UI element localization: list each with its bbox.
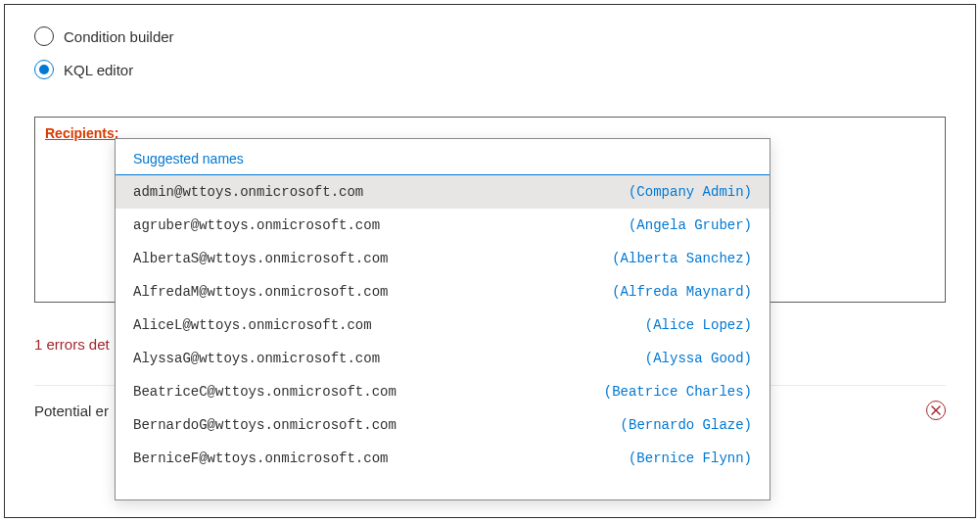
autocomplete-displayname: (Bernice Flynn) [629, 451, 752, 466]
radio-kql-editor[interactable]: KQL editor [34, 60, 946, 79]
radio-label: KQL editor [64, 62, 133, 78]
autocomplete-email: AliceL@wttoys.onmicrosoft.com [133, 317, 372, 333]
radio-condition-builder[interactable]: Condition builder [34, 26, 946, 46]
autocomplete-email: admin@wttoys.onmicrosoft.com [133, 184, 363, 200]
autocomplete-item[interactable]: AlfredaM@wttoys.onmicrosoft.com (Alfreda… [116, 275, 770, 308]
autocomplete-displayname: (Angela Gruber) [629, 217, 752, 233]
content-area: Condition builder KQL editor [5, 5, 975, 79]
close-icon [931, 405, 941, 415]
autocomplete-displayname: (Alberta Sanchez) [612, 251, 752, 266]
radio-icon [34, 26, 54, 46]
autocomplete-item[interactable]: BerniceF@wttoys.onmicrosoft.com (Bernice… [116, 442, 770, 475]
radio-icon-selected [34, 60, 54, 79]
dismiss-error-button[interactable] [926, 401, 946, 420]
autocomplete-displayname: (Alyssa Good) [645, 351, 752, 366]
autocomplete-header: Suggested names [116, 139, 770, 175]
autocomplete-email: BerniceF@wttoys.onmicrosoft.com [133, 451, 388, 466]
autocomplete-item[interactable]: AlyssaG@wttoys.onmicrosoft.com (Alyssa G… [116, 342, 770, 375]
errors-detected-text: 1 errors det [34, 336, 110, 353]
autocomplete-email: AlyssaG@wttoys.onmicrosoft.com [133, 351, 380, 366]
autocomplete-item[interactable]: admin@wttoys.onmicrosoft.com (Company Ad… [116, 175, 770, 209]
autocomplete-email: AlfredaM@wttoys.onmicrosoft.com [133, 284, 388, 300]
autocomplete-dropdown: Suggested names admin@wttoys.onmicrosoft… [115, 138, 770, 500]
potential-errors-label: Potential er [34, 403, 109, 419]
autocomplete-email: agruber@wttoys.onmicrosoft.com [133, 217, 380, 233]
autocomplete-item[interactable]: AliceL@wttoys.onmicrosoft.com (Alice Lop… [116, 308, 770, 342]
autocomplete-item[interactable]: AlbertaS@wttoys.onmicrosoft.com (Alberta… [116, 242, 770, 275]
autocomplete-displayname: (Beatrice Charles) [604, 384, 752, 400]
autocomplete-item[interactable]: BeatriceC@wttoys.onmicrosoft.com (Beatri… [116, 375, 770, 408]
autocomplete-displayname: (Alfreda Maynard) [612, 284, 752, 300]
autocomplete-displayname: (Company Admin) [629, 184, 752, 200]
autocomplete-item[interactable]: agruber@wttoys.onmicrosoft.com (Angela G… [116, 209, 770, 242]
autocomplete-displayname: (Alice Lopez) [645, 317, 752, 333]
autocomplete-email: BernardoG@wttoys.onmicrosoft.com [133, 417, 397, 433]
autocomplete-list: admin@wttoys.onmicrosoft.com (Company Ad… [116, 175, 770, 475]
app-frame: Condition builder KQL editor Recipients:… [4, 4, 976, 518]
autocomplete-email: AlbertaS@wttoys.onmicrosoft.com [133, 251, 388, 266]
recipients-keyword: Recipients: [45, 125, 118, 141]
autocomplete-item[interactable]: BernardoG@wttoys.onmicrosoft.com (Bernar… [116, 408, 770, 442]
autocomplete-displayname: (Bernardo Glaze) [621, 417, 752, 433]
autocomplete-email: BeatriceC@wttoys.onmicrosoft.com [133, 384, 397, 400]
radio-label: Condition builder [64, 28, 174, 45]
